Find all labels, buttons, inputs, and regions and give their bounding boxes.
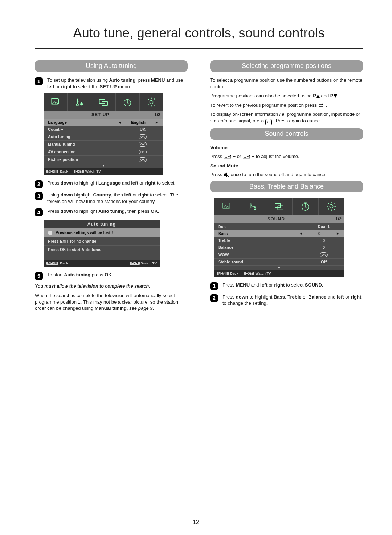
step-4-text: Press down to highlight Auto tuning, the… xyxy=(47,208,188,216)
info-icon: i xyxy=(48,231,52,235)
step-badge-4: 4 xyxy=(35,208,43,216)
osd-row-label: Stable sound xyxy=(218,260,307,264)
osd-row: Bass◄0► xyxy=(214,230,344,237)
step-5: 5 To start Auto tuning press OK. xyxy=(35,272,188,280)
svg-point-6 xyxy=(150,100,153,104)
mute-icon xyxy=(224,172,229,177)
svg-point-13 xyxy=(330,204,333,208)
mute-text: Press once to turn the sound off and aga… xyxy=(210,171,363,178)
selecting-p2: Programme positions can also be selected… xyxy=(210,93,363,99)
menu-tag: MENU xyxy=(46,170,58,173)
osd-more-caret: ▼ xyxy=(214,265,344,270)
step-badge-1: 1 xyxy=(210,282,218,290)
arrow-left-icon: ◄ xyxy=(118,121,122,125)
exit-tag: EXIT xyxy=(74,170,84,173)
osd-row: CountryUK xyxy=(44,126,163,133)
osd-footer-watch: Watch TV xyxy=(85,169,101,173)
step-3: 3 Using down highlight Country, then lef… xyxy=(35,192,188,204)
osd-setup: SET UP 1/2 Language◄English►CountryUKAut… xyxy=(44,93,163,175)
p-up-icon xyxy=(316,94,320,98)
step-2: 2 Press down to highlight Language and l… xyxy=(35,180,188,188)
osd-row-value: Dual 1 xyxy=(307,224,340,229)
osd-row-value: OK xyxy=(126,157,159,162)
sound-tab-icon xyxy=(240,198,266,215)
osd-row-label: Bass xyxy=(218,231,299,236)
osd-row-label: Dual xyxy=(218,224,307,229)
osd-autotune-warning: i Previous settings will be lost ! xyxy=(44,228,160,237)
ok-badge-icon: OK xyxy=(139,157,147,162)
osd-autotune: Auto tuning i Previous settings will be … xyxy=(44,220,160,267)
selecting-p1: To select a programme position use the n… xyxy=(210,77,363,90)
osd-row: Picture positionOK xyxy=(44,155,163,163)
osd-row-label: Country xyxy=(48,127,126,131)
step-badge-2: 2 xyxy=(35,180,43,188)
osd-tab-icons xyxy=(44,93,163,111)
column-divider xyxy=(199,60,199,315)
bass-step-1-text: Press MENU and left or right to select S… xyxy=(222,282,363,290)
bass-step-2-text: Press down to highlight Bass, Treble or … xyxy=(222,294,363,307)
osd-row: Language◄English► xyxy=(44,119,163,126)
osd-row-label: AV connection xyxy=(48,150,126,154)
volume-text: Press − or + to adjust the volume. xyxy=(210,153,363,160)
italic-note: You must allow the television to complet… xyxy=(35,284,188,289)
info-plus-icon: i+ xyxy=(265,119,271,125)
osd-row: WOWOK xyxy=(214,251,344,258)
osd-more-caret: ▼ xyxy=(44,163,163,168)
volume-wedge-icon xyxy=(224,155,232,159)
osd-sound-page: 1/2 xyxy=(335,216,342,222)
step-badge-3: 3 xyxy=(35,192,43,200)
heading-sound-controls: Sound controls xyxy=(210,128,363,140)
osd-row-value: 0 xyxy=(303,231,336,236)
step-2-text: Press down to highlight Language and lef… xyxy=(47,180,188,188)
timer-tab-icon xyxy=(293,198,319,215)
osd-row-label: Treble xyxy=(218,238,307,243)
osd-row-value: English xyxy=(122,120,155,125)
volume-subhead: Volume xyxy=(210,145,363,150)
osd-autotune-line2: Press EXIT for no change. xyxy=(44,237,160,245)
osd-row-value: OK xyxy=(126,142,159,147)
step-4: 4 Press down to highlight Auto tuning, t… xyxy=(35,208,188,216)
osd-row: Stable soundOff xyxy=(214,258,344,265)
feature-tab-icon xyxy=(91,93,115,111)
osd-row-label: Language xyxy=(48,120,118,125)
step-5-text: To start Auto tuning press OK. xyxy=(47,272,188,280)
osd-row-value: 0 xyxy=(307,245,340,250)
osd-row-label: Auto tuning xyxy=(48,134,126,139)
osd-row-value: UK xyxy=(126,127,159,131)
menu-tag: MENU xyxy=(46,262,58,265)
closing-paragraph: When the search is complete the televisi… xyxy=(35,292,188,312)
osd-row-label: WOW xyxy=(218,252,307,257)
menu-tag: MENU xyxy=(217,272,229,275)
setup-tab-icon xyxy=(319,198,344,215)
heading-bass-treble-balance: Bass, Treble and Balance xyxy=(210,181,363,192)
exit-tag: EXIT xyxy=(244,272,254,275)
picture-tab-icon xyxy=(44,93,68,111)
ok-badge-icon: OK xyxy=(320,252,328,257)
timer-tab-icon xyxy=(116,93,140,111)
osd-row-label: Picture position xyxy=(48,157,126,162)
sound-tab-icon xyxy=(68,93,91,111)
step-1: 1 To set up the television using Auto tu… xyxy=(35,77,188,90)
osd-row-value: OK xyxy=(307,252,340,257)
step-badge-5: 5 xyxy=(35,272,43,280)
page-number: 12 xyxy=(0,519,392,526)
mute-subhead: Sound Mute xyxy=(210,163,363,169)
volume-wedge-icon xyxy=(242,155,250,159)
osd-row: Auto tuningOK xyxy=(44,133,163,140)
right-column: Selecting programme positions To select … xyxy=(210,58,363,315)
heading-using-auto-tuning: Using Auto tuning xyxy=(35,60,188,72)
bass-step-1: 1 Press MENU and left or right to select… xyxy=(210,282,363,290)
step-1-text: To set up the television using Auto tuni… xyxy=(47,77,188,90)
osd-sound-title: SOUND xyxy=(217,216,335,222)
osd-row-label: Balance xyxy=(218,245,307,250)
page-title: Auto tune, general controls, sound contr… xyxy=(35,25,363,49)
osd-setup-title: SET UP xyxy=(46,112,154,117)
setup-tab-icon xyxy=(140,93,163,111)
osd-setup-page: 1/2 xyxy=(154,112,160,117)
step-3-text: Using down highlight Country, then left … xyxy=(47,192,188,204)
exit-tag: EXIT xyxy=(130,262,140,265)
osd-footer-back: Back xyxy=(60,169,68,173)
osd-autotune-line3: Press OK to start Auto tune. xyxy=(44,245,160,254)
arrow-left-icon: ◄ xyxy=(299,231,303,235)
selecting-p4: To display on-screen information i.e. pr… xyxy=(210,111,363,125)
